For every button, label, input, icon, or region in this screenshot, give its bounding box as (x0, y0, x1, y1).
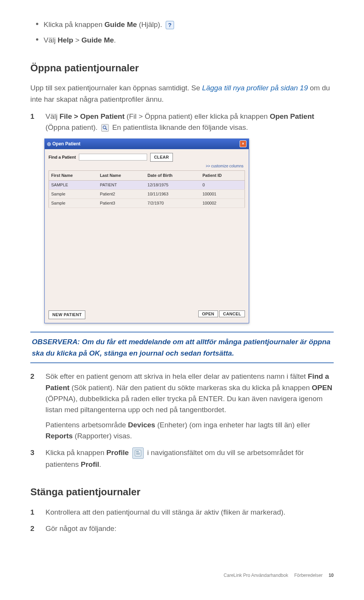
help-icon: ? (166, 21, 174, 29)
table-cell: Sample (49, 199, 98, 208)
step-text: Gör något av följande: (46, 523, 334, 534)
table-row[interactable]: SamplePatient37/2/1970100002 (49, 199, 245, 208)
text: Välj (44, 36, 58, 44)
footer-chapter: Förberedelser (294, 572, 323, 579)
text: Patientens arbetsområde (46, 421, 128, 429)
section-heading-close: Stänga patientjournaler (30, 484, 334, 499)
close-step-2: 2 Gör något av följande: (30, 523, 334, 534)
section-heading-open: Öppna patientjournaler (30, 60, 334, 76)
step-content: Välj File > Open Patient (Fil > Öppna pa… (46, 111, 334, 133)
find-patient-row: Find a Patient CLEAR (49, 153, 245, 162)
col-first-name[interactable]: First Name (49, 171, 98, 181)
open-button[interactable]: OPEN (198, 310, 218, 317)
table-cell: SAMPLE (49, 181, 98, 190)
dialog-titlebar: ◎Open Patient × (45, 139, 249, 149)
text: Klicka på knappen (44, 20, 105, 28)
step-1: 1 Välj File > Open Patient (Fil > Öppna … (30, 111, 334, 133)
svg-rect-4 (136, 453, 140, 454)
footer-doc: CareLink Pro Användarhandbok (224, 572, 288, 579)
step-number: 1 (30, 111, 37, 133)
clear-button[interactable]: CLEAR (150, 153, 173, 162)
link-text: Lägga till nya profiler på sidan 19 (202, 84, 308, 92)
bold-text: Profil (81, 460, 99, 468)
title-text: Open Patient (52, 141, 80, 146)
cancel-button[interactable]: CANCEL (219, 310, 245, 317)
bold-text: Guide Me (82, 36, 114, 44)
new-patient-button[interactable]: NEW PATIENT (49, 310, 85, 319)
table-cell: 0 (200, 181, 245, 190)
table-row[interactable]: SamplePatient210/11/1963100001 (49, 190, 245, 199)
col-last-name[interactable]: Last Name (97, 171, 145, 181)
bold-text: Devices (128, 421, 155, 429)
text: (Hjälp). (137, 20, 162, 28)
intro-paragraph: Upp till sex patientjournaler kan öppnas… (30, 82, 334, 105)
text: Klicka på knappen (46, 449, 107, 457)
step-2: 2 Sök efter en patient genom att skriva … (30, 371, 334, 442)
table-cell: 7/2/1970 (145, 199, 200, 208)
col-dob[interactable]: Date of Birth (145, 171, 200, 181)
table-row[interactable]: SAMPLEPATIENT12/18/19750 (49, 181, 245, 190)
bullet-text: Välj Help > Guide Me. (44, 35, 116, 46)
close-icon[interactable]: × (240, 140, 246, 147)
footer-page: 10 (329, 572, 334, 579)
text: En patientlista liknande den följande vi… (112, 123, 248, 131)
table-cell: Sample (49, 190, 98, 199)
svg-rect-5 (136, 454, 140, 455)
text: (Sök patient). När den patient du sökte … (69, 384, 312, 392)
text: Välj (46, 112, 60, 120)
text: Sök efter en patient genom att skriva in… (46, 372, 308, 380)
table-cell: 100001 (200, 190, 245, 199)
app-icon: ◎ (47, 141, 51, 146)
bold-text: Open Patient (270, 112, 314, 120)
profile-icon (132, 447, 144, 459)
table-cell: 100002 (200, 199, 245, 208)
bullet-text: Klicka på knappen Guide Me (Hjälp). ? (44, 19, 176, 30)
step-number: 1 (30, 507, 37, 518)
text: (Öppna patient). (46, 123, 100, 131)
step-3: 3 Klicka på knappen Profile i navigation… (30, 447, 334, 470)
svg-point-0 (103, 126, 105, 129)
step-number: 3 (30, 447, 37, 470)
page-footer: CareLink Pro Användarhandbok Förberedels… (30, 572, 334, 579)
open-patient-dialog: ◎Open Patient × Find a Patient CLEAR >> … (44, 139, 249, 323)
step-content: Sök efter en patient genom att skriva in… (46, 371, 334, 442)
step-text: Kontrollera att den patientjournal du vi… (46, 507, 334, 518)
close-step-1: 1 Kontrollera att den patientjournal du … (30, 507, 334, 518)
customize-columns-link[interactable]: >> customize columns (49, 163, 243, 169)
bold-text: Help (58, 36, 73, 44)
magnifier-icon (101, 124, 109, 132)
text: (Fil > Öppna patient) eller klicka på kn… (125, 112, 270, 120)
text: (Enheter) (om inga enheter har lagts til… (155, 421, 310, 429)
step-content: Klicka på knappen Profile i navigationsf… (46, 447, 334, 470)
text: Upp till sex patientjournaler kan öppnas… (30, 84, 202, 92)
svg-rect-3 (136, 451, 139, 452)
col-patient-id[interactable]: Patient ID (200, 171, 245, 181)
step-number: 2 (30, 371, 37, 442)
table-cell: Patient3 (97, 199, 145, 208)
text: > (73, 36, 82, 44)
bold-text: Reports (46, 432, 73, 440)
text: . (99, 460, 101, 468)
text: (Rapporter) visas. (73, 432, 132, 440)
bold-text: OPEN (312, 384, 332, 392)
find-patient-input[interactable] (79, 154, 147, 161)
dialog-title: ◎Open Patient (47, 140, 80, 148)
find-label: Find a Patient (49, 154, 76, 161)
note-observera: OBSERVERA: Om du får ett meddelande om a… (30, 332, 334, 363)
text: . (114, 36, 116, 44)
bullet-item: Klicka på knappen Guide Me (Hjälp). ? (30, 19, 334, 30)
patient-table: First Name Last Name Date of Birth Patie… (49, 170, 245, 208)
bold-text: File > Open Patient (60, 112, 125, 120)
table-cell: PATIENT (97, 181, 145, 190)
bold-text: Profile (107, 449, 129, 457)
table-cell: 10/11/1963 (145, 190, 200, 199)
svg-line-1 (105, 129, 107, 130)
bold-text: Guide Me (105, 20, 137, 28)
bullet-dot (36, 23, 38, 25)
step-number: 2 (30, 523, 37, 534)
text: (ÖPPNA), dubbelklicka på raden eller try… (46, 395, 323, 414)
bullet-dot (36, 38, 38, 41)
table-cell: Patient2 (97, 190, 145, 199)
table-cell: 12/18/1975 (145, 181, 200, 190)
bullet-item: Välj Help > Guide Me. (30, 35, 334, 46)
